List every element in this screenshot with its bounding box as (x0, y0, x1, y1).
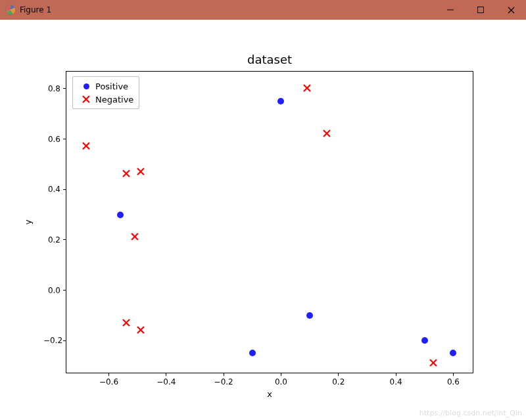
figure-canvas: https://blog.csdn.net/int_Qin dataset−0.… (0, 20, 526, 420)
window-title: Figure 1 (20, 5, 51, 14)
maximize-button[interactable] (466, 0, 496, 20)
chart-title: dataset (247, 53, 292, 66)
dot-icon (77, 83, 95, 89)
x-tick-label: 0.2 (332, 377, 345, 386)
x-icon (77, 95, 95, 103)
y-tick-label: 0.8 (43, 84, 60, 93)
y-tick (63, 189, 66, 190)
axes-frame (66, 71, 473, 373)
x-tick-label: −0.6 (99, 377, 118, 386)
watermark-text: https://blog.csdn.net/int_Qin (419, 409, 522, 417)
x-tick (338, 373, 339, 376)
y-tick-label: 0.0 (43, 286, 60, 295)
x-tick (396, 373, 396, 376)
data-point-negative (137, 166, 145, 174)
data-point-negative (429, 357, 437, 365)
data-point-positive (421, 337, 428, 344)
x-tick-label: 0.6 (447, 377, 460, 386)
data-point-negative (323, 128, 331, 135)
x-tick (108, 373, 109, 376)
data-point-positive (249, 350, 256, 356)
y-tick (63, 290, 66, 291)
legend-label: Positive (95, 82, 128, 91)
x-tick-label: −0.2 (214, 377, 233, 386)
x-tick-label: −0.4 (156, 377, 176, 386)
legend: PositiveNegative (72, 76, 139, 109)
x-tick (281, 373, 281, 376)
x-tick (224, 373, 224, 376)
data-point-negative (122, 317, 130, 325)
y-tick (63, 340, 66, 341)
y-tick (63, 139, 66, 139)
y-tick-label: 0.6 (43, 135, 60, 144)
y-tick-label: 0.4 (43, 185, 60, 194)
x-tick (453, 373, 454, 376)
matplotlib-icon (5, 5, 16, 15)
data-point-positive (306, 312, 313, 319)
x-tick (166, 373, 166, 376)
data-point-negative (131, 231, 139, 239)
data-point-negative (303, 82, 311, 90)
data-point-negative (122, 168, 130, 175)
legend-entry: Negative (77, 93, 133, 106)
window-controls (435, 0, 526, 20)
close-button[interactable] (496, 0, 526, 20)
legend-label: Negative (95, 95, 133, 105)
data-point-positive (277, 98, 284, 105)
y-axis-label: y (23, 220, 33, 225)
data-point-positive (450, 350, 456, 356)
legend-entry: Positive (77, 80, 133, 93)
x-tick-label: 0.4 (390, 377, 402, 386)
data-point-positive (117, 212, 124, 218)
x-tick-label: 0.0 (275, 377, 287, 386)
minimize-button[interactable] (435, 0, 466, 20)
data-point-negative (82, 140, 90, 148)
y-tick-label: 0.2 (43, 235, 60, 245)
window-titlebar: Figure 1 (0, 0, 526, 20)
y-tick-label: −0.2 (43, 336, 60, 345)
data-point-negative (137, 324, 145, 332)
y-tick (63, 239, 66, 240)
y-tick (63, 88, 66, 89)
x-axis-label: x (267, 389, 272, 399)
svg-rect-2 (478, 7, 484, 13)
